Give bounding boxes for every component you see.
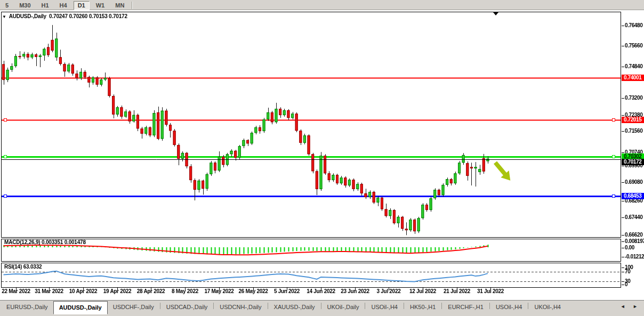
tab-usdcad-daily[interactable]: USDCAD-,Daily [161,302,213,313]
rsi-axis-tick-label: 70 [625,269,644,274]
tab-xauusd-daily[interactable]: XAUUSD-,Daily [269,302,320,313]
price-axis-tick-label: 0.67440 [625,214,644,220]
tab-ukoil-daily[interactable]: UKOil-,Daily [322,302,365,313]
tab-separator [213,303,214,309]
macd-axis-tick-label: 0.008197 [625,238,644,244]
chart-title: ▼AUDUSD-,Daily 0.70247 0.70260 0.70153 0… [2,13,127,19]
rsi-indicator-label: RSI(14) 63.0332 [4,264,42,270]
timeframe-button-h1[interactable]: H1 [37,1,53,10]
tab-ukoil-h4[interactable]: UKOil-,H4 [529,302,566,313]
chart-ohlc-values: 0.70247 0.70260 0.70153 0.70172 [49,13,127,19]
collapse-indicator-icon[interactable]: ▼ [2,14,6,19]
date-axis-tick-label: 10 Apr 2022 [69,288,97,294]
tab-hk50-h1[interactable]: HK50-,H1 [405,302,441,313]
tab-audusd-daily[interactable]: AUDUSD-,Daily [53,301,108,314]
chart-region: ▼AUDUSD-,Daily 0.70247 0.70260 0.70153 0… [0,10,644,300]
macd-indicator-label: MACD(12,26,9) 0.003351 0.001478 [4,239,86,245]
date-axis-tick-label: 31 Mar 2022 [35,288,63,294]
date-axis-tick-label: 3 Jul 2022 [377,288,401,294]
tab-eurusd-daily[interactable]: EURUSD-,Daily [1,302,53,313]
date-axis-tick-label: 12 Jul 2022 [409,288,436,294]
timeframe-button-mn[interactable]: MN [111,1,128,10]
current-price-badge: 0.70172 [622,159,644,165]
date-axis-tick-label: 28 Apr 2022 [137,288,165,294]
chart-tabs: EURUSD-,DailyAUDUSD-,DailyUSDCHF-,DailyU… [1,301,566,313]
date-axis-tick-label: 26 May 2022 [238,288,268,294]
timeframe-toolbar: 5M30H1H4D1W1MN [0,0,644,10]
tab-scrollers: ◄ ► [617,303,641,310]
tab-separator [268,303,268,309]
chart-canvas[interactable] [0,10,644,300]
tab-separator [365,303,365,309]
tab-separator [321,303,321,309]
date-axis-tick-label: 31 Jul 2022 [477,288,504,294]
date-axis-tick-label: 14 Jun 2022 [307,288,335,294]
date-axis-tick-label: 22 Mar 2022 [2,288,30,294]
price-axis-tick-label: 0.71560 [625,128,644,134]
price-level-badge: 0.72015 [622,117,644,123]
date-axis-tick-label: 5 Jun 2022 [274,288,300,294]
toolbar-separator [132,2,133,9]
date-axis-tick-label: 17 May 2022 [204,288,234,294]
timeframe-button-m30[interactable]: M30 [15,1,35,10]
tab-usdchf-daily[interactable]: USDCHF-,Daily [108,302,159,313]
tab-usoil-h4[interactable]: USOil-,H4 [366,302,403,313]
chart-symbol-label: AUDUSD-,Daily [9,13,46,19]
price-level-badge: 0.68453 [622,193,644,199]
timeframe-button-d1[interactable]: D1 [74,1,90,10]
tab-usoil-h4[interactable]: USOil-,H4 [490,302,528,313]
tab-scroll-right-icon[interactable]: ► [630,303,641,310]
trading-terminal-window: 5M30H1H4D1W1MN ▼AUDUSD-,Daily 0.70247 0.… [0,0,644,316]
date-axis-tick-label: 21 Jul 2022 [444,288,470,294]
chart-tab-bar: EURUSD-,DailyAUDUSD-,DailyUSDCHF-,DailyU… [0,300,644,316]
price-axis-tick-label: 0.76480 [625,22,644,28]
date-axis-tick-label: 8 May 2022 [172,288,198,294]
tab-scroll-left-icon[interactable]: ◄ [617,303,629,310]
date-axis-tick-label: 23 Jun 2022 [341,288,369,294]
tab-eurchf-h1[interactable]: EURCHF-,H1 [442,302,489,313]
timeframe-button-5[interactable]: 5 [1,1,13,10]
rsi-axis-tick-label: 0 [625,281,644,287]
price-axis-tick-label: 0.69080 [625,179,644,185]
price-axis-tick-label: 0.73200 [625,95,644,101]
price-axis-tick-label: 0.66620 [625,232,644,238]
price-level-badge: 0.74001 [622,75,644,81]
date-axis-tick-label: 19 Apr 2022 [103,288,131,294]
tab-separator [160,303,160,309]
tab-separator [528,303,528,309]
price-axis-tick-label: 0.75660 [625,43,644,48]
tab-separator [441,303,442,309]
macd-axis-tick-label: 0.00 [625,245,644,250]
tab-separator [489,303,490,309]
price-axis-tick-label: 0.74840 [625,63,644,69]
tab-separator [404,303,404,309]
timeframe-button-h4[interactable]: H4 [55,1,71,10]
macd-axis-tick-label: -0.012121 [625,254,644,260]
timeframe-button-w1[interactable]: W1 [92,1,109,10]
tab-usdcnh-daily[interactable]: USDCNH-,Daily [214,302,267,313]
